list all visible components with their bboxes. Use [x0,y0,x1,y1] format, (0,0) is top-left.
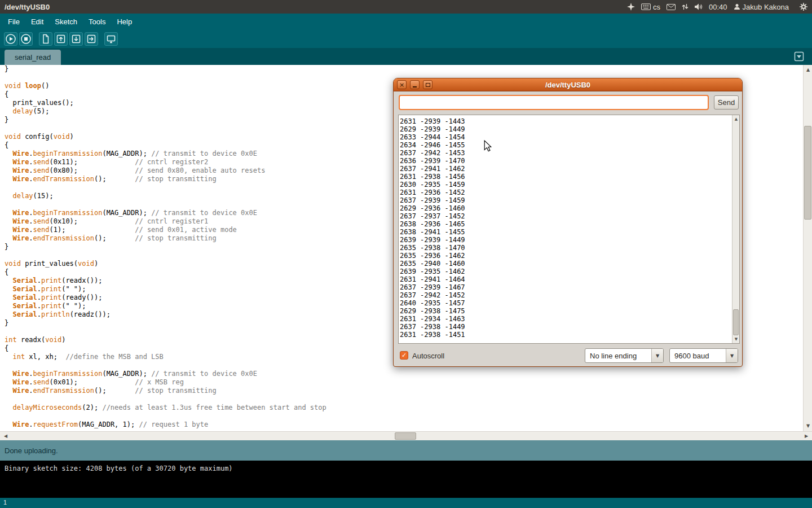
serial-scroll-up-arrow[interactable]: ▲ [732,116,740,122]
status-message: Done uploading. [5,446,58,455]
menu-item-sketch[interactable]: Sketch [49,15,83,29]
close-button[interactable]: × [397,80,407,89]
serial-line: 2631 -2938 -1456 [400,173,731,181]
keyboard-layout-label: cs [653,3,660,11]
serial-line: 2630 -2935 -1459 [400,181,731,189]
chevron-down-icon[interactable]: ▼ [651,349,663,362]
right-arrow-box-icon [85,33,98,45]
boxed-arrow-icon [793,50,805,63]
serial-output[interactable]: 2631 -2939 -14432629 -2939 -14492633 -29… [398,115,740,344]
stop-icon [20,33,32,45]
user-name-label: Jakub Kakona [743,3,789,11]
scroll-up-arrow[interactable]: ▲ [804,66,812,74]
serial-line: 2637 -2941 -1462 [400,165,731,173]
code-line: delayMicroseconds(2); //needs at least 1… [5,404,803,412]
serial-line: 2635 -2936 -1462 [400,252,731,260]
maximize-button[interactable] [423,80,433,89]
serial-line: 2634 -2946 -1455 [400,141,731,149]
serial-send-input[interactable] [399,95,709,110]
ubuntu-top-panel: /dev/ttyUSB0 cs 00:40 [0,0,812,14]
serial-monitor-window: /dev/ttyUSB0 × Send 2631 -2939 -14432629… [393,78,743,367]
upload-button[interactable] [85,32,98,46]
serial-monitor-footer: ✓ Autoscroll No line ending ▼ 9600 baud … [394,348,742,365]
maximize-icon [426,83,430,87]
save-button[interactable] [69,32,83,46]
serial-line: 2637 -2939 -1459 [400,196,731,204]
tab-serial-read[interactable]: serial_read [5,50,61,65]
serial-line: 2638 -2941 -1455 [400,228,731,236]
minimize-button[interactable] [410,80,420,89]
monitor-icon [105,33,117,45]
serial-monitor-titlebar[interactable]: /dev/ttyUSB0 × [394,78,742,91]
console-output: Binary sketch size: 4208 bytes (of a 307… [0,461,812,498]
serial-line: 2629 -2936 -1460 [400,204,731,212]
serial-scroll-down-arrow[interactable]: ▼ [732,336,740,343]
editor-hscroll-thumb[interactable] [395,432,416,440]
verify-button[interactable] [4,32,17,46]
serial-line: 2633 -2944 -1454 [400,133,731,141]
tab-menu-button[interactable] [793,50,805,63]
serial-output-scrollbar[interactable]: ▲ ▼ [732,115,739,343]
line-ending-dropdown[interactable]: No line ending ▼ [585,348,664,363]
open-button[interactable] [54,32,68,46]
serial-line: 2631 -2934 -1463 [400,315,731,323]
menu-item-tools[interactable]: Tools [83,15,111,29]
serial-line: 2629 -2938 -1475 [400,307,731,315]
editor-vertical-scrollbar[interactable]: ▲ ▼ [803,65,812,431]
serial-line: 2638 -2936 -1465 [400,220,731,228]
serial-monitor-title: /dev/ttyUSB0 [394,81,742,89]
serial-line: 2637 -2938 -1449 [400,323,731,331]
clock[interactable]: 00:40 [709,3,727,11]
stop-button[interactable] [19,32,33,46]
network-arrows-icon[interactable] [682,3,689,10]
user-menu[interactable]: Jakub Kakona [734,3,789,11]
menubar: FileEditSketchToolsHelp [0,14,812,29]
baud-rate-dropdown[interactable]: 9600 baud ▼ [669,348,738,363]
serial-output-text: 2631 -2939 -14432629 -2939 -14492633 -29… [400,117,731,343]
editor-vscroll-thumb[interactable] [804,126,811,220]
mail-icon[interactable] [667,4,676,10]
gear-icon[interactable] [800,3,807,11]
send-button[interactable]: Send [714,95,739,110]
down-arrow-box-icon [70,33,82,45]
serial-line: 2640 -2935 -1457 [400,299,731,307]
editor-horizontal-scrollbar[interactable]: ◀ ▶ [0,431,812,440]
serial-line: 2635 -2938 -1470 [400,244,731,252]
new-document-icon [39,33,52,45]
serial-line: 2631 -2936 -1452 [400,189,731,196]
status-bar: Done uploading. [0,440,812,461]
keyboard-indicator[interactable]: cs [641,3,660,11]
new-sketch-button[interactable] [39,32,52,46]
keyboard-icon [641,3,651,10]
autoscroll-checkbox[interactable]: ✓ [400,351,408,360]
chevron-down-icon[interactable]: ▼ [726,349,738,362]
serial-line: 2639 -2935 -1462 [400,268,731,275]
serial-scroll-thumb[interactable] [733,309,739,335]
volume-icon[interactable] [695,3,703,10]
serial-monitor-button[interactable] [104,32,118,46]
tabbar: serial_read [0,48,812,65]
scroll-left-arrow[interactable]: ◀ [2,432,10,441]
indicator-star-icon[interactable] [627,3,635,11]
serial-line: 2631 -2939 -1443 [400,117,731,125]
scroll-down-arrow[interactable]: ▼ [804,422,812,430]
window-title: /dev/ttyUSB0 [5,3,50,11]
serial-line: 2637 -2942 -1452 [400,291,731,299]
scroll-right-arrow[interactable]: ▶ [802,432,810,441]
menu-item-help[interactable]: Help [111,15,138,29]
code-line [5,412,803,421]
up-arrow-box-icon [55,33,67,45]
serial-line: 2631 -2941 -1464 [400,275,731,283]
menu-item-file[interactable]: File [2,15,25,29]
line-number-strip: 1 [0,498,812,508]
code-line: } [5,65,803,73]
code-line [5,395,803,404]
serial-line: 2637 -2939 -1467 [400,283,731,291]
minimize-icon [413,86,417,87]
code-line: Wire.requestFrom(MAG_ADDR, 1); // reques… [5,421,803,429]
mouse-cursor [483,140,492,152]
panel-indicators: cs 00:40 Jakub Kakona [627,3,807,11]
close-icon: × [399,82,404,88]
play-icon [5,33,17,45]
menu-item-edit[interactable]: Edit [25,15,49,29]
